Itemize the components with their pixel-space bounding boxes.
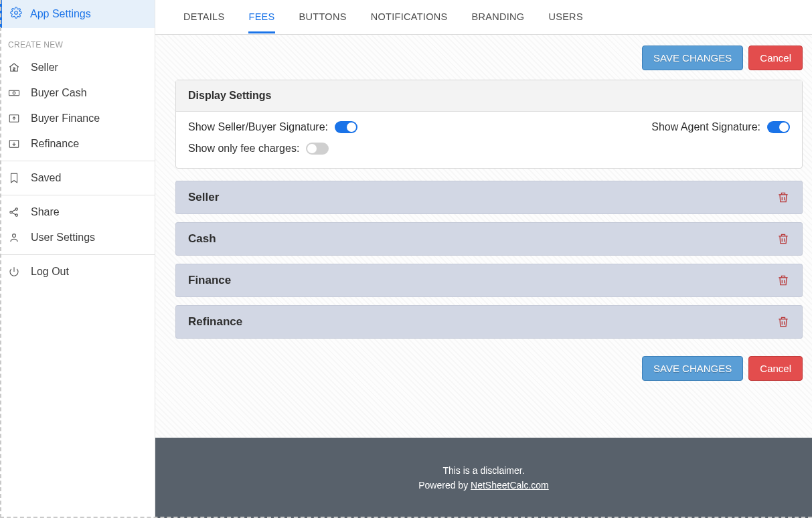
sidebar-item-user-settings[interactable]: User Settings xyxy=(0,225,155,250)
sidebar: App Settings CREATE NEW Seller Buyer Cas… xyxy=(0,0,155,518)
tab-buttons[interactable]: BUTTONS xyxy=(299,1,347,33)
sidebar-item-log-out[interactable]: Log Out xyxy=(0,259,155,284)
trash-icon[interactable] xyxy=(777,273,790,288)
sidebar-item-label: Log Out xyxy=(31,266,69,278)
show-only-fee-charges-toggle[interactable] xyxy=(306,143,329,155)
power-icon xyxy=(7,266,21,278)
sidebar-item-label: Buyer Cash xyxy=(31,87,87,99)
fee-row-label: Cash xyxy=(188,232,216,246)
finance-down-icon xyxy=(7,138,21,150)
show-agent-signature-toggle[interactable] xyxy=(767,121,790,133)
content-area: SAVE CHANGES Cancel Display Settings Sho… xyxy=(155,35,812,390)
share-icon xyxy=(7,206,21,218)
sidebar-item-saved[interactable]: Saved xyxy=(0,165,155,191)
cancel-button[interactable]: Cancel xyxy=(748,46,803,70)
fee-row-seller[interactable]: Seller xyxy=(175,181,803,214)
bottom-button-row: SAVE CHANGES Cancel xyxy=(175,347,803,390)
footer-powered-by: Powered by NetSheetCalc.com xyxy=(418,480,549,491)
svg-rect-1 xyxy=(9,90,19,96)
sidebar-item-label: Buyer Finance xyxy=(31,112,100,124)
sidebar-active-label: App Settings xyxy=(30,8,91,20)
footer-powered-by-link[interactable]: NetSheetCalc.com xyxy=(471,480,549,491)
sidebar-divider xyxy=(0,195,155,195)
sidebar-item-buyer-cash[interactable]: Buyer Cash xyxy=(0,80,155,106)
footer: This is a disclaimer. Powered by NetShee… xyxy=(155,438,812,518)
sidebar-divider xyxy=(0,254,155,255)
tab-details[interactable]: DETAILS xyxy=(183,1,224,33)
sidebar-item-label: Share xyxy=(31,206,60,218)
tabs-bar: DETAILS FEES BUTTONS NOTIFICATIONS BRAND… xyxy=(155,0,812,35)
sidebar-item-seller[interactable]: Seller xyxy=(0,55,155,80)
sidebar-item-share[interactable]: Share xyxy=(0,199,155,225)
trash-icon[interactable] xyxy=(777,190,790,205)
sidebar-item-label: Seller xyxy=(31,62,58,74)
cancel-button[interactable]: Cancel xyxy=(748,356,803,381)
svg-point-0 xyxy=(15,11,18,15)
fee-row-finance[interactable]: Finance xyxy=(175,264,803,297)
svg-point-8 xyxy=(13,234,16,238)
fee-row-label: Finance xyxy=(188,274,231,287)
finance-up-icon xyxy=(7,112,21,124)
fee-row-cash[interactable]: Cash xyxy=(175,222,803,256)
sidebar-section-create-new: CREATE NEW xyxy=(0,28,155,55)
gear-icon xyxy=(10,7,22,21)
save-changes-button[interactable]: SAVE CHANGES xyxy=(642,46,743,70)
house-dollar-icon xyxy=(7,62,21,74)
show-only-fee-charges-label: Show only fee charges: xyxy=(188,143,299,155)
svg-point-6 xyxy=(15,208,17,210)
trash-icon[interactable] xyxy=(777,232,790,246)
tab-notifications[interactable]: NOTIFICATIONS xyxy=(371,1,448,33)
svg-point-5 xyxy=(10,211,12,213)
fee-row-label: Refinance xyxy=(188,315,242,329)
sidebar-item-label: Refinance xyxy=(31,138,79,150)
main-area: DETAILS FEES BUTTONS NOTIFICATIONS BRAND… xyxy=(155,0,812,518)
footer-disclaimer: This is a disclaimer. xyxy=(442,465,524,476)
display-settings-panel: Display Settings Show Seller/Buyer Signa… xyxy=(175,80,803,169)
panel-title: Display Settings xyxy=(176,80,802,112)
svg-point-2 xyxy=(13,92,15,94)
sidebar-item-refinance[interactable]: Refinance xyxy=(0,131,155,157)
sidebar-item-app-settings[interactable]: App Settings xyxy=(0,0,155,28)
fee-list: Seller Cash Finance Refinance xyxy=(175,181,803,339)
tab-users[interactable]: USERS xyxy=(548,1,582,33)
trash-icon[interactable] xyxy=(777,315,790,329)
fee-row-label: Seller xyxy=(188,191,219,204)
user-icon xyxy=(7,232,21,244)
cash-icon xyxy=(7,87,21,99)
show-signature-toggle[interactable] xyxy=(335,121,357,133)
footer-powered-by-prefix: Powered by xyxy=(418,480,471,491)
top-button-row: SAVE CHANGES Cancel xyxy=(175,46,803,80)
save-changes-button[interactable]: SAVE CHANGES xyxy=(642,356,743,381)
tab-branding[interactable]: BRANDING xyxy=(471,1,524,33)
tab-fees[interactable]: FEES xyxy=(248,1,274,33)
sidebar-item-buyer-finance[interactable]: Buyer Finance xyxy=(0,106,155,131)
show-agent-signature-label: Show Agent Signature: xyxy=(651,121,760,133)
bookmark-icon xyxy=(7,172,21,184)
sidebar-item-label: User Settings xyxy=(31,232,95,244)
sidebar-divider xyxy=(0,161,155,161)
svg-point-7 xyxy=(15,214,17,216)
fee-row-refinance[interactable]: Refinance xyxy=(175,305,803,339)
sidebar-item-label: Saved xyxy=(31,172,61,184)
show-signature-label: Show Seller/Buyer Signature: xyxy=(188,121,328,133)
